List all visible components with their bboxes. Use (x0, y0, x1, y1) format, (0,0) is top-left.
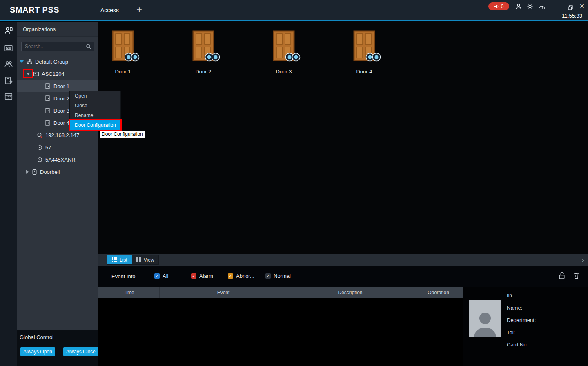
always-close-button[interactable]: Always Close (63, 347, 98, 356)
calendar-icon[interactable] (4, 92, 13, 101)
checkbox-all[interactable] (154, 273, 160, 279)
global-control-label: Global Control (17, 330, 98, 340)
view-button-label: View (144, 257, 154, 263)
unlock-icon[interactable] (559, 272, 566, 281)
tree-item-asc1204[interactable]: ASC1204 (17, 68, 98, 80)
door-icon (111, 30, 134, 61)
id-card-icon[interactable] (4, 44, 13, 53)
field-card-no: Card No.: (507, 338, 536, 350)
column-header-operation: Operation (413, 287, 463, 298)
module-rail (0, 22, 17, 366)
chevron-right-icon[interactable]: › (582, 256, 584, 263)
filter-alarm[interactable]: Alarm (191, 273, 213, 279)
performance-gauge-icon[interactable] (538, 4, 546, 11)
avatar (469, 300, 501, 337)
add-tab-icon[interactable]: + (136, 4, 142, 16)
menu-item-open[interactable]: Open (70, 91, 120, 101)
door-icon (353, 30, 376, 61)
collapse-arrow-icon[interactable] (26, 73, 30, 75)
organizations-header: Organizations (17, 22, 98, 37)
tree-item-label: Door 2 (53, 95, 69, 102)
door-item[interactable]: Door 4 (340, 30, 389, 75)
door-icon (192, 30, 215, 61)
gear-icon[interactable] (527, 3, 533, 11)
door-label: Door 3 (276, 69, 292, 75)
doors-view: Door 1 Door 2 Door 3 (98, 22, 588, 116)
tree-item-label: Doorbell (40, 169, 60, 175)
door-context-menu: Open Close Rename Door Configuration (69, 91, 121, 131)
door-icon (45, 83, 51, 89)
close-button[interactable]: × (578, 2, 586, 10)
filter-abnormal[interactable]: Abnor... (228, 273, 254, 279)
door-label: Door 1 (115, 69, 131, 75)
filter-all[interactable]: All (154, 273, 168, 279)
always-open-button[interactable]: Always Open (20, 347, 55, 356)
binoculars-icon (204, 51, 220, 64)
list-button[interactable]: List (107, 255, 132, 264)
logo-secondary: PSS (42, 5, 60, 14)
grid-view-icon (136, 257, 141, 262)
checkbox-normal[interactable] (265, 273, 271, 279)
field-tel: Tel: (507, 326, 536, 338)
event-filter-bar: Event Info All Alarm Abnor... Normal (98, 266, 588, 287)
menu-item-door-configuration[interactable]: Door Configuration (70, 120, 120, 130)
event-info-label: Event Info (111, 273, 136, 279)
logo-primary: SMART (10, 5, 40, 14)
menu-item-rename[interactable]: Rename (70, 111, 120, 120)
restore-button[interactable] (566, 4, 575, 12)
camera-offline-icon (37, 132, 43, 138)
tree-item-192-168-2-147[interactable]: 192.168.2.147 (17, 129, 98, 141)
main-area: Door 1 Door 2 Door 3 (98, 22, 588, 366)
tree-item-label: Door 3 (53, 108, 69, 114)
checkbox-alarm[interactable] (191, 273, 196, 279)
tree-item-5a445xanr[interactable]: 5A445XANR (17, 153, 98, 166)
tree-item-doorbell[interactable]: Doorbell (17, 166, 98, 178)
door-icon (45, 95, 51, 102)
search-icon[interactable] (86, 44, 91, 51)
alarm-count: 0 (501, 4, 504, 9)
field-department: Department: (507, 314, 536, 326)
tab-access[interactable]: Access (100, 7, 119, 13)
search-box (21, 42, 94, 51)
collapse-arrow-icon[interactable] (20, 60, 24, 63)
event-table-body (98, 298, 463, 366)
filter-normal[interactable]: Normal (265, 273, 291, 279)
access-module-icon[interactable] (4, 26, 13, 35)
door-icon (45, 120, 51, 126)
column-header-description: Description (287, 287, 413, 298)
expand-arrow-icon[interactable] (26, 170, 29, 174)
clock: 11:55:33 (562, 13, 582, 19)
door-icon (272, 30, 295, 61)
tree-item-57[interactable]: 57 (17, 141, 98, 153)
filter-label: Alarm (199, 273, 213, 279)
door-icon (45, 108, 51, 114)
controller-icon (33, 71, 39, 77)
app-logo: SMARTPSS (10, 5, 59, 15)
door-item[interactable]: Door 1 (98, 30, 147, 75)
global-control-section: Global Control Always Open Always Close (17, 330, 98, 366)
list-icon (112, 257, 117, 262)
filter-label: Abnor... (236, 273, 254, 279)
column-header-event: Event (160, 287, 287, 298)
filter-label: All (163, 273, 168, 279)
list-button-label: List (120, 257, 127, 263)
door-label: Door 2 (195, 69, 211, 75)
binoculars-icon (285, 51, 301, 64)
view-button[interactable]: View (132, 255, 159, 264)
users-icon[interactable] (4, 60, 13, 69)
log-icon[interactable] (4, 76, 13, 85)
filter-label: Normal (274, 273, 291, 279)
menu-item-close[interactable]: Close (70, 101, 120, 111)
door-item[interactable]: Door 2 (179, 30, 228, 75)
alarm-count-badge[interactable]: 0 (488, 2, 509, 10)
door-item[interactable]: Door 3 (259, 30, 308, 75)
trash-icon[interactable] (573, 272, 579, 281)
minimize-button[interactable]: — (555, 2, 563, 10)
column-header-time: Time (98, 287, 160, 298)
checkbox-abnormal[interactable] (228, 273, 233, 279)
user-icon[interactable] (515, 3, 522, 11)
search-input[interactable] (21, 42, 94, 51)
tree-item-default-group[interactable]: Default Group (17, 55, 98, 68)
titlebar: SMARTPSS Access + 0 — × 11:55:33 (0, 0, 588, 21)
tree-item-label: Door 4 (53, 120, 69, 126)
